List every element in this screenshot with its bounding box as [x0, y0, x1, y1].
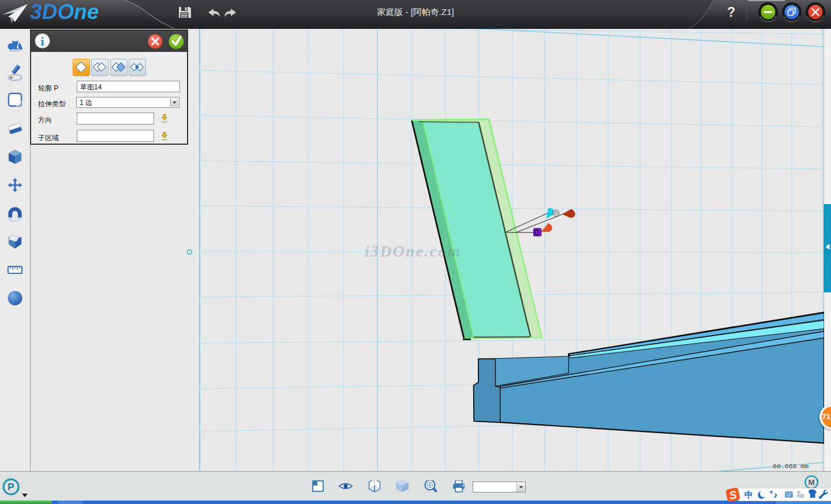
svg-text:60.668 mm: 60.668 mm	[773, 462, 808, 470]
svg-text:i3DOne.com: i3DOne.com	[365, 242, 461, 260]
svg-text:14: 14	[800, 494, 804, 498]
svg-text:P: P	[8, 482, 14, 492]
svg-text:i: i	[41, 35, 44, 48]
svg-text:中: 中	[744, 490, 753, 499]
